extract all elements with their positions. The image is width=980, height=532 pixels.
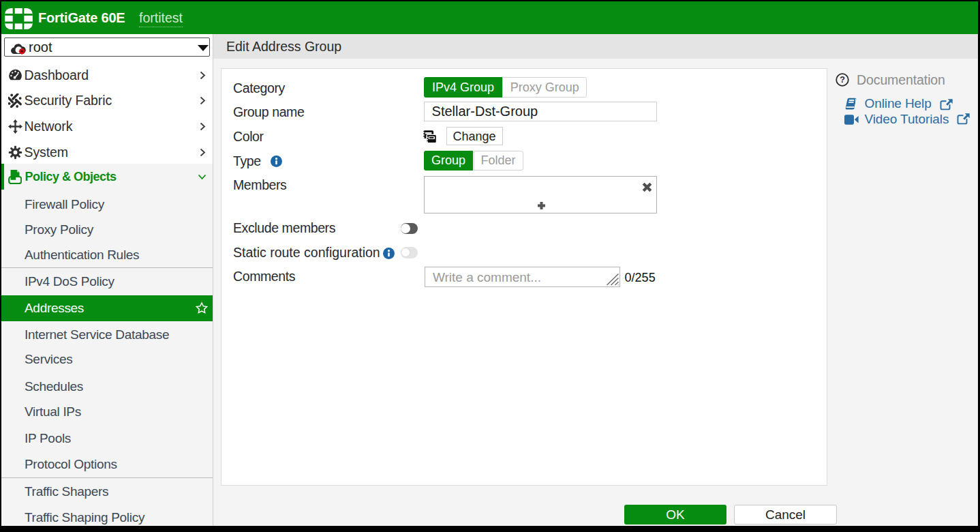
svg-text:?: ? (840, 75, 845, 85)
